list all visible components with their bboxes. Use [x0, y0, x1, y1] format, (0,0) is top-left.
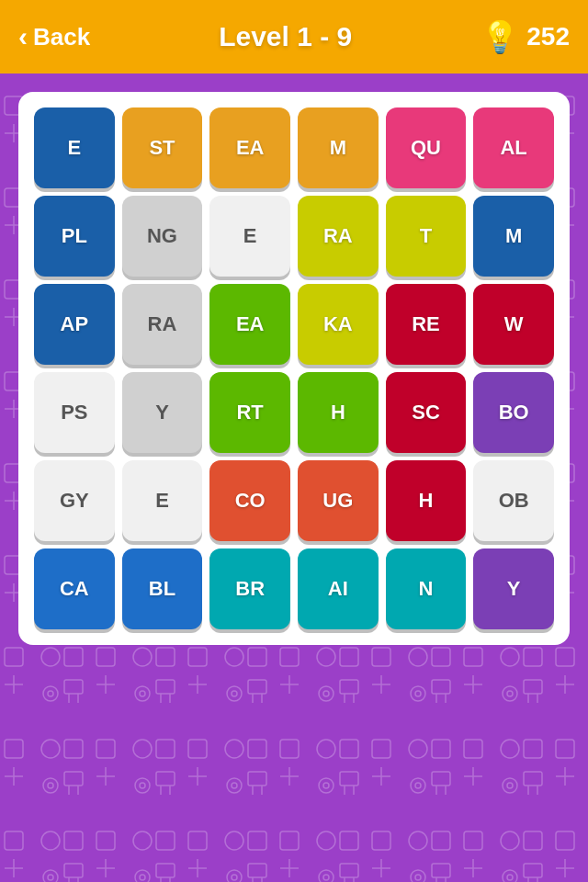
tile-17[interactable]: W	[473, 284, 554, 365]
tile-19[interactable]: Y	[122, 372, 203, 453]
tile-12[interactable]: AP	[34, 284, 115, 365]
tile-5[interactable]: AL	[473, 107, 554, 188]
tile-35[interactable]: Y	[473, 548, 554, 629]
tile-0[interactable]: E	[34, 107, 115, 188]
tile-33[interactable]: AI	[298, 548, 379, 629]
tile-10[interactable]: T	[386, 196, 467, 277]
tile-27[interactable]: UG	[298, 460, 379, 541]
bulb-icon: 💡	[481, 18, 519, 55]
tile-18[interactable]: PS	[34, 372, 115, 453]
tile-29[interactable]: OB	[473, 460, 554, 541]
back-chevron-icon: ‹	[18, 21, 28, 52]
tile-21[interactable]: H	[298, 372, 379, 453]
tile-30[interactable]: CA	[34, 548, 115, 629]
tile-26[interactable]: CO	[209, 460, 290, 541]
hint-area[interactable]: 💡 252	[481, 18, 570, 55]
tile-3[interactable]: M	[298, 107, 379, 188]
back-label: Back	[33, 23, 90, 51]
tile-grid: ESTEAMQUALPLNGERATMAPRAEAKAREWPSYRTHSCBO…	[34, 107, 554, 629]
tile-14[interactable]: EA	[209, 284, 290, 365]
game-board: ESTEAMQUALPLNGERATMAPRAEAKAREWPSYRTHSCBO…	[18, 92, 570, 645]
tile-25[interactable]: E	[122, 460, 203, 541]
tile-15[interactable]: KA	[298, 284, 379, 365]
tile-24[interactable]: GY	[34, 460, 115, 541]
tile-16[interactable]: RE	[386, 284, 467, 365]
tile-7[interactable]: NG	[122, 196, 203, 277]
level-title: Level 1 - 9	[219, 21, 352, 52]
tile-8[interactable]: E	[209, 196, 290, 277]
tile-23[interactable]: BO	[473, 372, 554, 453]
tile-20[interactable]: RT	[209, 372, 290, 453]
tile-4[interactable]: QU	[386, 107, 467, 188]
tile-9[interactable]: RA	[298, 196, 379, 277]
tile-34[interactable]: N	[386, 548, 467, 629]
tile-28[interactable]: H	[386, 460, 467, 541]
tile-2[interactable]: EA	[209, 107, 290, 188]
tile-31[interactable]: BL	[122, 548, 203, 629]
tile-1[interactable]: ST	[122, 107, 203, 188]
back-button[interactable]: ‹ Back	[18, 21, 90, 52]
hint-count: 252	[526, 22, 570, 51]
tile-13[interactable]: RA	[122, 284, 203, 365]
tile-6[interactable]: PL	[34, 196, 115, 277]
header: ‹ Back Level 1 - 9 💡 252	[0, 0, 588, 74]
tile-11[interactable]: M	[473, 196, 554, 277]
tile-32[interactable]: BR	[209, 548, 290, 629]
tile-22[interactable]: SC	[386, 372, 467, 453]
